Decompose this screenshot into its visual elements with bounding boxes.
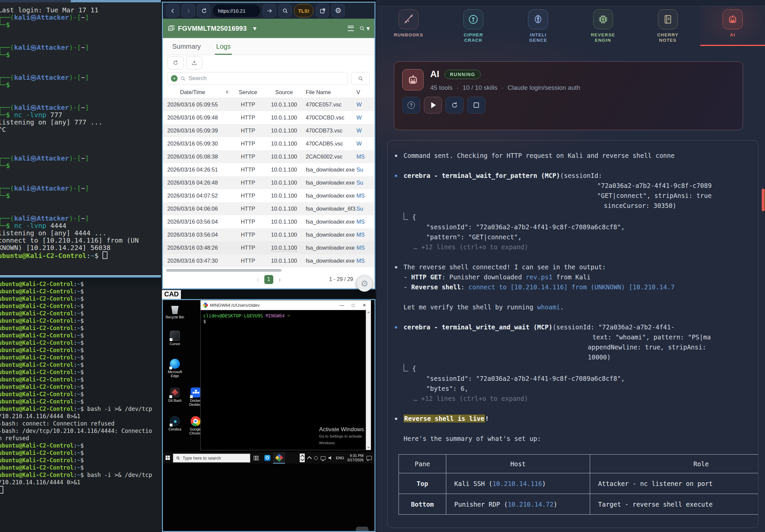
url-bar[interactable]: https://10.21	[213, 4, 260, 17]
restart-button[interactable]	[446, 97, 464, 113]
header-datetime[interactable]: Date/Time	[163, 89, 222, 95]
panel-scrollbar-thumb[interactable]	[762, 189, 765, 211]
download-logs-button[interactable]	[186, 56, 202, 69]
sword-icon	[399, 9, 419, 29]
forward-button[interactable]	[182, 4, 195, 17]
go-button[interactable]	[263, 4, 276, 17]
rdp-session[interactable]: Recycle Bin Cursor Microsoft Edge Git Ba…	[162, 299, 375, 532]
table-row[interactable]: 2026/03/16 04:07:52 HTTP 10.0.1.100 fsa_…	[163, 189, 374, 202]
maximize-button[interactable]: □	[352, 303, 354, 308]
tab-cherry-notes[interactable]: CHERRYNOTES	[635, 6, 700, 46]
terminal-line: ubuntu@Kali-C2-Control:~$	[0, 442, 161, 449]
chevron-down-icon[interactable]: ▼	[253, 26, 256, 31]
network-icon[interactable]	[321, 456, 325, 460]
table-settings-fab[interactable]: ⚙	[356, 276, 372, 292]
table-row[interactable]: 2026/03/16 05:09:30 HTTP 10.0.1.100 470C…	[163, 137, 374, 150]
table-row[interactable]: 2026/03/16 04:06:06 HTTP 10.0.1.100 fsa_…	[163, 202, 374, 215]
mingw64-titlebar[interactable]: MINGW64:/c/Users/clidev — □ ✕	[201, 300, 371, 310]
task-view-button[interactable]	[250, 452, 262, 464]
table-row[interactable]: 2026/03/16 03:56:04 HTTP 10.0.1.100 fsa_…	[163, 228, 374, 241]
agent-transcript[interactable]: ●Command sent. Checking for HTTP request…	[387, 140, 758, 528]
device-name[interactable]: FGVMMLTM25016993	[178, 25, 247, 32]
header-service[interactable]: Service	[232, 89, 264, 95]
agent-status-card: AI RUNNING 45 tools·10 / 10 skills·Claud…	[394, 61, 743, 130]
tab-reverse-engineering[interactable]: REVERSEENGIN	[571, 6, 635, 46]
desktop-icon-git-bash[interactable]: Git Bash	[164, 387, 186, 403]
tab-cipher-crack[interactable]: CIPHERCRACK	[441, 6, 506, 46]
current-page[interactable]: 1	[264, 275, 273, 284]
tab-summary[interactable]: Summary	[172, 38, 201, 55]
reload-button[interactable]	[197, 4, 211, 17]
menu-icon[interactable]	[348, 26, 354, 31]
kali-ssh-terminal[interactable]: Last login: Tue Mar 17 11 ┌──(kali㉿Attac…	[0, 2, 161, 275]
settings-button[interactable]: ⚙	[331, 4, 345, 17]
expand-hint[interactable]: … +12 lines (ctrl+o to expand)	[404, 393, 758, 404]
start-button[interactable]	[163, 452, 173, 464]
next-page-button[interactable]: ›	[279, 276, 281, 283]
minimize-button[interactable]: —	[339, 303, 344, 308]
run-button[interactable]	[424, 97, 442, 113]
page-search-button[interactable]	[278, 4, 292, 17]
gear-icon: ⚙	[360, 279, 368, 288]
terminal-line: ubuntu@Kali-C2-Control:~$	[0, 376, 161, 383]
tab-logs[interactable]: Logs	[216, 38, 231, 55]
column-search-toggle[interactable]: ▼	[359, 25, 370, 31]
search-input[interactable]: + Search	[168, 72, 348, 85]
header-verdict[interactable]: V	[356, 89, 374, 95]
terminal-line: ubuntu@Kali-C2-Control:~$	[0, 310, 161, 317]
help-button[interactable]: ?	[402, 97, 420, 113]
desktop-icon-edge[interactable]: Microsoft Edge	[164, 359, 186, 378]
tray-status-icon[interactable]	[314, 456, 318, 460]
log-table-header: Date/Time Service Source File Name V	[163, 86, 374, 98]
stop-button[interactable]	[467, 97, 485, 113]
notification-icon[interactable]	[366, 456, 372, 460]
table-row[interactable]: 2026/03/16 03:47:30 HTTP 10.0.1.100 fsa_…	[163, 254, 374, 267]
taskbar-app-outlook[interactable]	[262, 452, 273, 464]
add-filter-icon[interactable]: +	[171, 75, 178, 82]
header-source[interactable]: Source	[264, 89, 304, 95]
table-row[interactable]: 2026/03/16 03:56:04 HTTP 10.0.1.100 fsa_…	[163, 215, 374, 228]
table-row[interactable]: 2026/03/16 04:26:51 HTTP 10.0.1.100 fsa_…	[163, 163, 374, 176]
desktop-icon-recycle-bin[interactable]: Recycle Bin	[164, 304, 186, 319]
search-submit-button[interactable]	[351, 72, 370, 85]
paperclip-icon[interactable]	[222, 90, 232, 95]
terminal-line: ubuntu@Kali-C2-Control:~$	[0, 464, 161, 471]
close-button[interactable]: ✕	[362, 303, 366, 308]
cerebra-icon	[170, 416, 180, 426]
terminal-line: ubuntu@Kali-C2-Control:~$	[0, 449, 161, 457]
pane-divider[interactable]	[0, 275, 161, 278]
header-filename[interactable]: File Name	[304, 89, 356, 95]
agent-name: AI	[430, 69, 439, 79]
taskbar-app-active[interactable]	[273, 452, 285, 464]
tab-ai[interactable]: AI	[700, 6, 765, 46]
tab-intelligence[interactable]: INTELIGENCE	[506, 6, 570, 46]
desktop-icon-cerebra[interactable]: Cerebra	[164, 416, 186, 431]
back-button[interactable]	[166, 4, 179, 17]
expand-hint[interactable]: … +12 lines (ctrl+o to expand)	[404, 242, 758, 252]
table-row[interactable]: 2026/03/16 05:09:55 HTTP 10.0.1.100 470C…	[163, 98, 374, 111]
scrollbar-thumb[interactable]	[166, 269, 281, 272]
gear-icon: ⚙	[335, 7, 341, 14]
c2-control-terminal[interactable]: ubuntu@Kali-C2-Control:~$ ubuntu@Kali-C2…	[0, 278, 161, 532]
terminal-line: ubuntu@Kali-C2-Control:~$	[0, 346, 161, 354]
tab-runbooks[interactable]: RUNBOOKS	[376, 6, 441, 46]
tls-badge-button[interactable]: TLS!	[294, 4, 313, 17]
table-row[interactable]: 2026/03/16 03:48:26 HTTP 10.0.1.100 fsa_…	[163, 241, 374, 254]
speaker-icon[interactable]	[328, 456, 333, 460]
table-row[interactable]: 2026/03/16 05:09:48 HTTP 10.0.1.100 470C…	[163, 111, 374, 124]
table-row[interactable]: 2026/03/16 05:08:38 HTTP 10.0.1.100 2CAC…	[163, 150, 374, 163]
desktop-icon-cursor[interactable]: Cursor	[164, 331, 186, 346]
terminal-line: ubuntu@Kali-C2-Control:~$	[0, 302, 161, 310]
terminal-line: ubuntu@Kali-C2-Control:~$	[0, 288, 161, 295]
refresh-logs-button[interactable]	[168, 56, 184, 69]
taskbar-clock[interactable]: 9:31 PM3/17/2026	[347, 454, 363, 462]
chevron-up-icon[interactable]	[307, 456, 312, 461]
prev-page-button[interactable]: ‹	[257, 276, 259, 283]
tray-overflow-scroller[interactable]	[300, 454, 305, 462]
table-row[interactable]: 2026/03/16 05:09:39 HTTP 10.0.1.100 470C…	[163, 124, 374, 137]
external-link-button[interactable]	[316, 4, 329, 17]
table-row[interactable]: 2026/03/16 04:26:48 HTTP 10.0.1.100 fsa_…	[163, 176, 374, 189]
taskbar-search-input[interactable]: Type here to search	[173, 454, 250, 463]
horizontal-scrollbar[interactable]	[163, 269, 374, 272]
language-indicator[interactable]: ENG	[336, 456, 344, 460]
